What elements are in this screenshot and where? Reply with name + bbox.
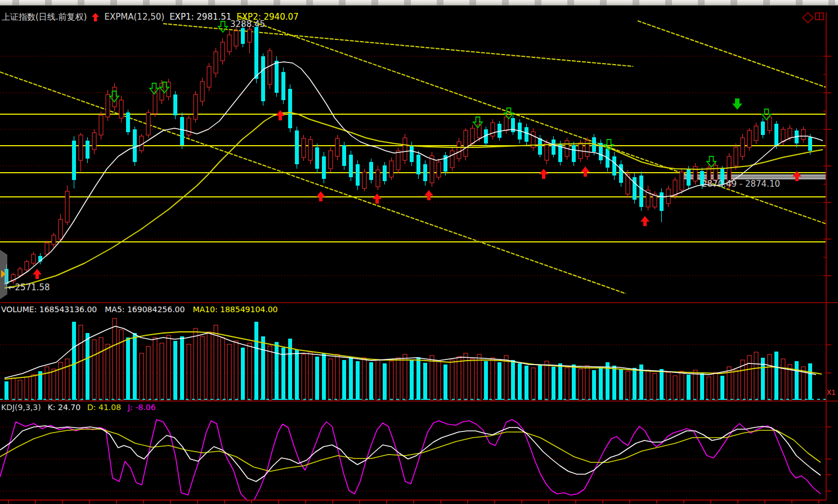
x1-period-tag[interactable]: X1 — [827, 389, 836, 396]
volume-panel-header: VOLUME: 168543136.00 MA5: 169084256.00 M… — [1, 305, 277, 313]
peak-price-annotation: 3288.45 — [230, 20, 265, 29]
low-price-annotation: ←2571.58 — [8, 284, 50, 292]
kdj-j-value: J: -8.06 — [128, 403, 156, 411]
window-split-icon[interactable] — [815, 12, 824, 20]
gap-zone-annotation: 2870.49 - 2874.10 — [702, 180, 780, 188]
chart-canvas[interactable] — [0, 0, 838, 504]
kdj-d-value: D: 41.08 — [87, 403, 121, 411]
up-arrow-icon — [92, 13, 99, 21]
symbol-period-label: 上证指数(日线.前复权) — [2, 13, 87, 21]
tdx-app-window: 上证指数(日线.前复权) EXPMA(12,50) EXP1: 2981.51 … — [0, 0, 838, 504]
expma-indicator-label: EXPMA(12,50) — [104, 13, 164, 21]
kdj-k-value: K: 24.70 — [48, 403, 80, 411]
volume-ma5-value: MA5: 169084256.00 — [105, 305, 185, 313]
kdj-panel-header: KDJ(9,3,3) K: 24.70 D: 41.08 J: -8.06 — [1, 403, 156, 411]
kdj-indicator-label: KDJ(9,3,3) — [1, 403, 41, 411]
drawer-expand-icon — [1, 270, 6, 278]
exp1-value: EXP1: 2981.51 — [169, 13, 231, 21]
volume-ma10-value: MA10: 188549104.00 — [192, 305, 277, 313]
volume-value: VOLUME: 168543136.00 — [1, 305, 97, 313]
left-drawer-handle[interactable] — [0, 250, 7, 299]
